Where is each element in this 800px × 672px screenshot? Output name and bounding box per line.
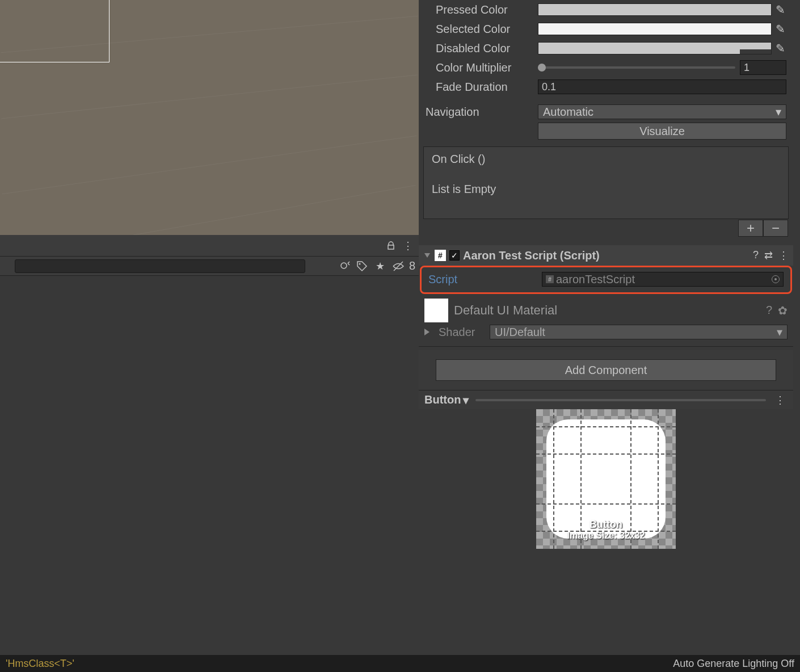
color-multiplier-label: Color Multiplier xyxy=(436,61,538,74)
preview-image-name: Button xyxy=(536,519,676,531)
status-bar: 'HmsClass<T>' Auto Generate Lighting Off xyxy=(0,655,800,672)
selected-color-swatch[interactable] xyxy=(538,23,772,35)
selected-color-row: Selected Color ✎ xyxy=(419,19,793,39)
status-lighting[interactable]: Auto Generate Lighting Off xyxy=(673,658,794,670)
preview-checker: Button Image Size: 32x32 xyxy=(536,409,676,549)
svg-point-0 xyxy=(341,263,347,268)
material-thumbnail xyxy=(424,299,448,322)
search-input[interactable] xyxy=(15,259,305,273)
scene-gizmo-box xyxy=(0,0,110,62)
hidden-count: 8 xyxy=(409,259,415,272)
fade-duration-label: Fade Duration xyxy=(436,81,538,94)
grid-line xyxy=(3,185,416,235)
filter-label-icon[interactable] xyxy=(356,260,368,272)
hidden-icon[interactable] xyxy=(392,260,405,272)
highlighted-script-row: Script # aaronTestScript xyxy=(420,266,792,294)
selected-color-label: Selected Color xyxy=(436,23,538,36)
color-multiplier-input[interactable] xyxy=(740,60,786,75)
help-icon[interactable]: ? xyxy=(753,249,759,262)
favorite-icon[interactable]: ★ xyxy=(373,259,388,274)
disabled-color-swatch[interactable] xyxy=(538,42,772,54)
navigation-value: Automatic xyxy=(543,106,593,119)
svg-line-2 xyxy=(394,262,403,271)
scrollbar-gutter[interactable] xyxy=(793,0,800,672)
eyedropper-icon[interactable]: ✎ xyxy=(774,23,786,35)
component-title: Aaron Test Script (Script) xyxy=(463,249,750,262)
lock-icon[interactable] xyxy=(386,241,396,251)
pressed-color-row: Pressed Color ✎ xyxy=(419,0,793,19)
navigation-row: Navigation Automatic ▾ xyxy=(419,102,793,121)
material-header[interactable]: Default UI Material ? ✿ xyxy=(419,296,793,325)
play-icon[interactable] xyxy=(424,329,430,335)
add-component-button[interactable]: Add Component xyxy=(436,359,776,381)
object-picker-icon[interactable] xyxy=(772,275,780,283)
script-value: aaronTestScript xyxy=(556,273,635,286)
grid-line xyxy=(1,74,418,119)
preview-image-size: Image Size: 32x32 xyxy=(536,531,676,541)
grid-line xyxy=(2,136,417,195)
shader-row: Shader UI/Default ▾ xyxy=(419,325,793,343)
svg-point-1 xyxy=(359,263,360,264)
disabled-color-row: Disabled Color ✎ xyxy=(419,39,793,58)
shader-label: Shader xyxy=(439,326,484,339)
project-view[interactable] xyxy=(0,276,419,672)
preview-header: Button ▾ ⋮ xyxy=(419,390,793,409)
panel-toolbar: ⋮ xyxy=(0,235,419,257)
divider xyxy=(419,346,793,347)
sprite-guide xyxy=(536,426,676,427)
script-component-header[interactable]: # ✓ Aaron Test Script (Script) ? ⇄ ⋮ xyxy=(419,245,793,266)
eyedropper-icon[interactable]: ✎ xyxy=(774,42,786,54)
onclick-title: On Click () xyxy=(432,153,780,166)
material-title: Default UI Material xyxy=(454,303,760,318)
pressed-color-label: Pressed Color xyxy=(436,3,538,16)
chevron-down-icon: ▾ xyxy=(463,393,469,407)
visualize-row: Visualize xyxy=(419,121,793,141)
chevron-down-icon: ▾ xyxy=(777,325,782,339)
filter-type-icon[interactable] xyxy=(339,260,351,272)
preview-title-text: Button xyxy=(424,393,461,406)
menu-icon[interactable]: ⋮ xyxy=(778,249,789,262)
fade-duration-row: Fade Duration xyxy=(419,77,793,96)
color-multiplier-slider[interactable] xyxy=(538,66,735,69)
preview-area: Button Image Size: 32x32 xyxy=(419,409,793,672)
preset-icon[interactable]: ⇄ xyxy=(764,249,773,262)
sprite-guide xyxy=(536,453,676,455)
preview-label: Button Image Size: 32x32 xyxy=(536,519,676,541)
add-event-button[interactable]: + xyxy=(738,220,763,237)
navigation-label: Navigation xyxy=(426,106,538,119)
menu-icon[interactable]: ⋮ xyxy=(401,238,415,253)
disabled-color-label: Disabled Color xyxy=(436,42,538,55)
menu-icon[interactable]: ⋮ xyxy=(773,393,788,408)
component-enabled-checkbox[interactable]: ✓ xyxy=(449,250,460,261)
navigation-dropdown[interactable]: Automatic ▾ xyxy=(538,104,786,119)
inspector-panel: Pressed Color ✎ Selected Color ✎ Disable… xyxy=(419,0,793,672)
status-error[interactable]: 'HmsClass<T>' xyxy=(6,658,74,670)
foldout-icon[interactable] xyxy=(424,253,430,258)
remove-event-button[interactable]: − xyxy=(763,220,788,237)
help-icon[interactable]: ? xyxy=(766,304,772,317)
scene-view[interactable] xyxy=(0,0,419,235)
preview-divider-slider[interactable] xyxy=(475,399,766,401)
pressed-color-swatch[interactable] xyxy=(538,3,772,16)
project-search-bar: 🔍 ★ 8 xyxy=(0,257,419,276)
fade-duration-input[interactable] xyxy=(538,79,786,94)
script-file-icon: # xyxy=(435,250,446,261)
shader-value: UI/Default xyxy=(495,326,545,339)
chevron-down-icon: ▾ xyxy=(776,105,781,119)
color-multiplier-row: Color Multiplier xyxy=(419,58,793,77)
script-hash-icon: # xyxy=(546,275,554,283)
slider-thumb[interactable] xyxy=(538,64,546,72)
visualize-button[interactable]: Visualize xyxy=(538,123,786,140)
gear-icon[interactable]: ✿ xyxy=(778,304,788,317)
script-label: Script xyxy=(428,273,542,286)
shader-dropdown[interactable]: UI/Default ▾ xyxy=(490,325,788,339)
sprite-guide xyxy=(536,503,676,505)
preview-title[interactable]: Button ▾ xyxy=(424,393,469,407)
script-object-field[interactable]: # aaronTestScript xyxy=(542,272,784,287)
onclick-event-box: On Click () List is Empty + − xyxy=(423,146,789,219)
onclick-empty-text: List is Empty xyxy=(432,183,780,196)
eyedropper-icon[interactable]: ✎ xyxy=(774,3,786,16)
